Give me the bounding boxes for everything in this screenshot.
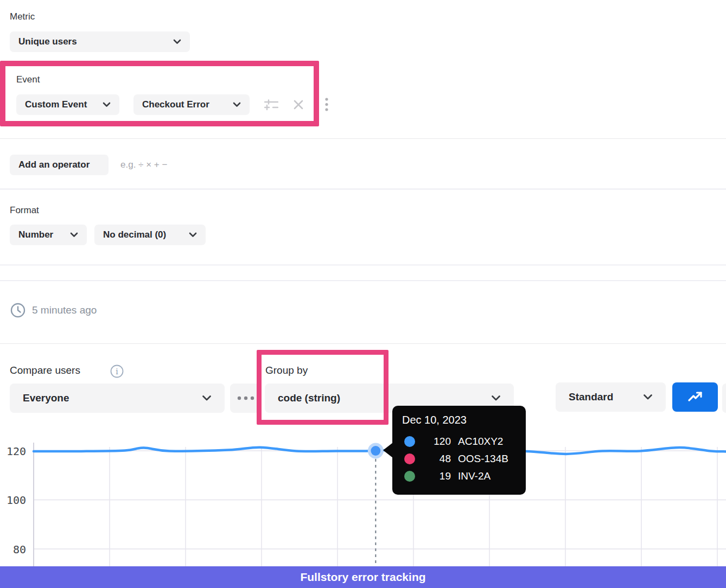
chart-tooltip: Dec 10, 2023 120 AC10XY2 48 OOS-134B 19 … (392, 406, 526, 495)
tooltip-date: Dec 10, 2023 (392, 406, 526, 426)
series-dot-blue (404, 436, 415, 447)
metric-builder-panel: Metric Unique users Event Custom Event C… (0, 0, 726, 588)
tooltip-row: 120 AC10XY2 (392, 433, 526, 450)
line-chart[interactable] (0, 0, 726, 588)
tooltip-value: 48 (415, 453, 451, 465)
tooltip-series-label: OOS-134B (458, 453, 508, 465)
annotation-banner: Fullstory error tracking (0, 566, 726, 588)
tooltip-arrow (383, 443, 393, 458)
series-dot-pink (404, 453, 415, 464)
series-dot-green (404, 471, 415, 482)
tooltip-series-label: INV-2A (458, 470, 491, 482)
tooltip-row: 19 INV-2A (392, 468, 526, 485)
tooltip-value: 19 (415, 470, 451, 482)
tooltip-row: 48 OOS-134B (392, 450, 526, 468)
tooltip-value: 120 (415, 436, 451, 448)
tooltip-series-label: AC10XY2 (458, 436, 503, 448)
